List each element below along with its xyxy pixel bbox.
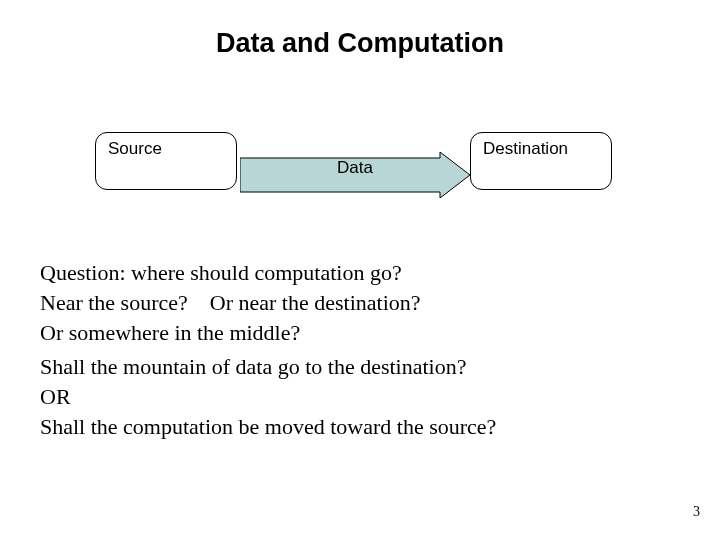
question-block-1: Question: where should computation go? N… <box>40 258 421 348</box>
question-block-2: Shall the mountain of data go to the des… <box>40 352 496 442</box>
arrow-label: Data <box>240 152 470 178</box>
source-node: Source <box>95 132 237 190</box>
data-arrow: Data <box>240 152 470 198</box>
source-label: Source <box>108 139 162 158</box>
text-line: OR <box>40 382 496 412</box>
slide: Data and Computation Source Data Destina… <box>0 0 720 540</box>
diagram: Source Data Destination <box>0 132 720 212</box>
text-line: Shall the computation be moved toward th… <box>40 412 496 442</box>
destination-label: Destination <box>483 139 568 158</box>
slide-title: Data and Computation <box>0 28 720 59</box>
text-line: Or somewhere in the middle? <box>40 318 421 348</box>
destination-node: Destination <box>470 132 612 190</box>
text-line: Near the source? Or near the destination… <box>40 288 421 318</box>
page-number: 3 <box>693 504 700 520</box>
text-line: Question: where should computation go? <box>40 258 421 288</box>
text-line: Shall the mountain of data go to the des… <box>40 352 496 382</box>
